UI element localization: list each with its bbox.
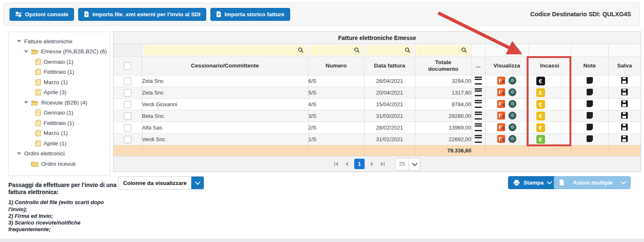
prev-page-icon[interactable] bbox=[345, 162, 348, 167]
next-page-icon[interactable] bbox=[370, 162, 374, 167]
tree-item-ordini-ricevuti[interactable]: Ordini ricevuti bbox=[11, 159, 107, 169]
row-checkbox[interactable] bbox=[124, 136, 131, 143]
row-checkbox[interactable] bbox=[124, 101, 131, 108]
cell-totale: 8784,00 bbox=[415, 99, 471, 110]
fattura-pdf-icon[interactable]: Fe bbox=[497, 123, 505, 131]
tree-item-emesse-febbraio[interactable]: Febbraio (1) bbox=[11, 67, 107, 77]
importa-storico-button[interactable]: Importa storico fatture bbox=[210, 8, 290, 21]
select-all-checkbox[interactable] bbox=[124, 62, 131, 70]
tree-item-fatture-elettroniche[interactable]: Fatture elettroniche bbox=[11, 36, 107, 47]
file-icon bbox=[35, 69, 41, 75]
save-icon[interactable] bbox=[621, 124, 628, 130]
fattura-pdf-icon[interactable]: Fe bbox=[497, 88, 505, 96]
fe-letter: e bbox=[502, 136, 504, 144]
col-header-visualizza[interactable]: Visualizza bbox=[485, 57, 528, 75]
incasso-euro-icon[interactable]: € bbox=[536, 123, 545, 132]
euro-glyph: € bbox=[539, 78, 542, 85]
row-menu-icon[interactable] bbox=[475, 88, 482, 96]
tree-label: Marzo (1) bbox=[44, 79, 68, 85]
grand-total: 79.336,60 bbox=[415, 145, 471, 156]
colonne-da-visualizzare-button[interactable]: Colonne da visualizzare bbox=[118, 176, 204, 190]
row-checkbox[interactable] bbox=[124, 77, 131, 85]
first-page-icon[interactable] bbox=[334, 162, 339, 167]
save-icon[interactable] bbox=[621, 135, 628, 142]
row-checkbox[interactable] bbox=[124, 112, 131, 120]
tree-item-emesse-aprile[interactable]: Aprile (3) bbox=[11, 87, 107, 98]
fattura-pdf-icon[interactable]: Fe bbox=[497, 77, 505, 85]
col-header-salva[interactable]: Salva bbox=[608, 57, 641, 75]
note-icon[interactable] bbox=[587, 100, 593, 107]
row-menu-icon[interactable] bbox=[475, 100, 482, 108]
incasso-euro-icon[interactable]: € bbox=[536, 77, 545, 85]
search-input-numero[interactable] bbox=[310, 45, 363, 55]
tree-item-ricevute[interactable]: Ricevute (B2B) (4) bbox=[11, 97, 107, 108]
save-icon[interactable] bbox=[621, 112, 628, 119]
search-row bbox=[114, 44, 641, 57]
agenzia-badge-icon[interactable] bbox=[508, 100, 516, 108]
current-page-badge[interactable]: 1 bbox=[354, 159, 365, 169]
agenzia-badge-icon[interactable] bbox=[508, 123, 516, 131]
tree-item-emesse-marzo[interactable]: Marzo (1) bbox=[11, 77, 107, 87]
fattura-pdf-icon[interactable]: Fe bbox=[497, 135, 505, 143]
col-header-incassi[interactable]: Incassi bbox=[528, 57, 571, 75]
tree-item-ricevute-gennaio[interactable]: Gennaio (1) bbox=[11, 108, 107, 118]
folders-tree-panel: Fatture elettroniche Emesse (PA,B2B,B2C)… bbox=[8, 32, 110, 176]
opzioni-console-button[interactable]: Opzioni console bbox=[10, 8, 74, 21]
cell-data: 28/02/2021 bbox=[364, 122, 415, 134]
save-icon[interactable] bbox=[621, 100, 628, 107]
tree-label: Gennaio (1) bbox=[44, 59, 73, 65]
note-icon[interactable] bbox=[587, 112, 593, 119]
row-menu-icon[interactable] bbox=[475, 77, 482, 85]
col-header-note[interactable]: Note bbox=[571, 57, 608, 75]
fattura-pdf-icon[interactable]: Fe bbox=[497, 112, 505, 120]
incasso-euro-icon[interactable]: € bbox=[536, 112, 545, 120]
file-icon bbox=[35, 130, 41, 136]
agenzia-badge-icon[interactable] bbox=[508, 112, 516, 120]
tree-item-ricevute-aprile[interactable]: Aprile (1) bbox=[11, 138, 107, 149]
agenzia-badge-icon[interactable] bbox=[508, 77, 516, 85]
col-header-data-fattura[interactable]: Data fattura bbox=[364, 57, 415, 75]
note-icon[interactable] bbox=[587, 77, 593, 84]
agenzia-badge-icon[interactable] bbox=[508, 135, 516, 143]
codice-destinatario-sdi: Codice Destinatario SDI: QULXG4S bbox=[530, 11, 634, 17]
col-header-numero[interactable]: Numero bbox=[308, 57, 364, 75]
row-checkbox[interactable] bbox=[124, 124, 131, 132]
tree-item-emesse-gennaio[interactable]: Gennaio (1) bbox=[11, 57, 107, 67]
cell-numero: 4/S bbox=[308, 99, 364, 110]
caret-down-icon bbox=[24, 50, 28, 53]
tree-item-emesse[interactable]: Emesse (PA,B2B,B2C) (6) bbox=[11, 47, 107, 57]
row-menu-icon[interactable] bbox=[475, 123, 482, 131]
table-row: Zeta Snc 5/S 20/04/2021 1317,60 Fe € bbox=[114, 87, 641, 99]
tree-label: Marzo (1) bbox=[44, 130, 68, 136]
incasso-euro-icon[interactable]: € bbox=[536, 135, 545, 144]
save-icon[interactable] bbox=[621, 89, 628, 95]
row-checkbox[interactable] bbox=[124, 89, 131, 97]
page-size-select[interactable]: 25 bbox=[395, 158, 420, 170]
search-icon bbox=[461, 47, 467, 53]
col-header-dots[interactable]: ... bbox=[471, 57, 485, 75]
tree-item-ordini-elettronici[interactable]: Ordini elettronici bbox=[11, 149, 107, 159]
row-menu-icon[interactable] bbox=[475, 112, 482, 120]
note-icon[interactable] bbox=[587, 135, 593, 142]
row-menu-icon[interactable] bbox=[475, 135, 482, 143]
agenzia-badge-icon[interactable] bbox=[508, 88, 516, 96]
azioni-multiple-button[interactable]: Azioni multiple bbox=[554, 176, 631, 189]
tree-item-ricevute-marzo[interactable]: Marzo (1) bbox=[11, 128, 107, 139]
last-page-icon[interactable] bbox=[380, 162, 385, 167]
printer-icon bbox=[513, 180, 520, 186]
search-input-totale[interactable] bbox=[417, 45, 470, 55]
tree-item-ricevute-febbraio[interactable]: Febbraio (1) bbox=[11, 118, 107, 128]
incasso-euro-icon[interactable]: € bbox=[536, 100, 545, 109]
fattura-pdf-icon[interactable]: Fe bbox=[497, 100, 505, 108]
search-input-cessionario[interactable] bbox=[143, 45, 307, 55]
note-icon[interactable] bbox=[587, 124, 593, 130]
importa-xml-button[interactable]: Importa file .xml esterni per l'invio al… bbox=[78, 8, 206, 21]
search-input-data[interactable] bbox=[366, 45, 414, 55]
importa-xml-label: Importa file .xml esterni per l'invio al… bbox=[92, 11, 200, 17]
col-header-cessionario[interactable]: Cessionario/Committente bbox=[142, 57, 308, 75]
incasso-euro-icon[interactable]: € bbox=[536, 88, 545, 97]
stampa-button[interactable]: Stampa bbox=[508, 176, 557, 189]
col-header-totale[interactable]: Totale documento bbox=[415, 57, 471, 75]
note-icon[interactable] bbox=[587, 89, 593, 95]
save-icon[interactable] bbox=[621, 77, 628, 84]
